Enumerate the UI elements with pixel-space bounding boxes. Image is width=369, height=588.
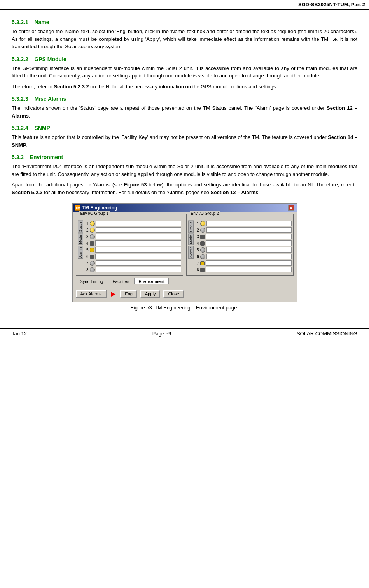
section-5324-heading: 5.3.2.4 SNMP [12,125,357,131]
tm-body: Env I/O Group 1 Status Mode Alarms [73,212,297,302]
section-533-para1: The 'Environment I/O' interface is an in… [12,163,357,178]
io-input-1-7[interactable] [96,260,181,266]
table-row: 3 [195,234,292,239]
section-5323-title: Misc Alarms [34,96,66,102]
tm-close-button[interactable]: × [288,205,294,211]
io-input-1-1[interactable] [96,221,181,226]
led-1-7 [90,261,95,266]
section-533-title: Environment [30,154,63,160]
tab-facilities[interactable]: Facilities [108,278,133,284]
env-group2-title: Env I/O Group 2 [190,211,220,216]
io-input-2-4[interactable] [206,240,292,246]
apply-button[interactable]: Apply [140,290,161,298]
section-5322-number: 5.3.2.2 [12,56,28,62]
tab-sync-timing[interactable]: Sync Timing [76,278,108,284]
table-row: 3 [85,234,181,239]
close-button[interactable]: Close [163,290,184,298]
tm-window-title: TM Engineering [82,205,117,211]
table-row: 7 [85,260,181,266]
table-row: 6 [85,254,181,259]
tab-environment[interactable]: Environment [134,278,169,284]
tm-titlebar: TM TM Engineering × [73,204,297,212]
table-row: 6 [195,254,292,259]
section-533-para2: Apart from the additional pages for 'Ala… [12,181,357,196]
io-input-1-3[interactable] [96,234,181,239]
section-5321-title: Name [34,19,49,25]
led-2-8 [200,268,205,272]
section-5324-title: SNMP [34,125,50,131]
side-label-alarms-2: Alarms [188,246,194,259]
header-title: SGD-SB2025NT-TUM, Part 2 [298,2,365,7]
table-row: 2 [85,227,181,233]
main-content: 5.3.2.1 Name To enter or change the 'Nam… [0,10,369,321]
side-label-mode-1: Mode [78,234,83,245]
env-group1-title: Env I/O Group 1 [79,211,110,216]
section-5321-heading: 5.3.2.1 Name [12,19,357,25]
io-input-2-8[interactable] [206,267,292,272]
ack-alarms-button[interactable]: Ack Alarms [76,290,107,298]
section-5322-heading: 5.3.2.2 GPS Module [12,56,357,62]
io-input-2-1[interactable] [206,221,292,226]
section-5323-number: 5.3.2.3 [12,96,28,102]
io-input-1-8[interactable] [96,267,181,272]
table-row: 1 [195,221,292,226]
section-5323-para1: The indicators shown on the 'Status' pag… [12,104,357,119]
led-2-5 [200,247,205,253]
tm-app-icon: TM [75,205,80,211]
led-2-2 [200,228,205,233]
env-group1-panel: Env I/O Group 1 Status Mode Alarms [76,214,183,276]
io-input-2-7[interactable] [206,260,292,266]
led-1-8 [90,267,95,272]
footer-left: Jan 12 [12,331,27,337]
table-row: 1 [85,221,181,226]
section-5324-para1: This feature is an option that is contro… [12,133,357,149]
io-input-1-4[interactable] [95,240,181,246]
section-5321-number: 5.3.2.1 [12,19,28,25]
section-5322-para1: The GPS/timing interface is an independe… [12,65,357,80]
led-2-1 [200,221,205,226]
side-label-mode-2: Mode [188,234,194,245]
table-row: 4 [85,240,181,246]
table-row: 5 [195,247,292,253]
tm-tabs-row: Sync Timing Facilities Environment [76,278,294,284]
side-label-alarms-1: Alarms [78,246,83,259]
led-2-7 [200,261,205,265]
env-group1-io-rows: 1 2 [85,221,181,274]
table-row: 8 [195,267,292,272]
io-input-2-3[interactable] [206,234,292,239]
io-input-2-2[interactable] [206,227,292,233]
env-group2-io-rows: 1 2 [195,221,292,274]
led-1-5 [90,248,94,252]
arrow-icon: ► [110,290,117,298]
side-label-status-1: Status [78,221,83,233]
led-2-4 [200,241,205,246]
table-row: 4 [195,240,292,246]
section-533-number: 5.3.3 [12,154,24,160]
env-group2-rows: Status Mode Alarms 1 [188,221,292,274]
led-2-6 [200,254,205,259]
tm-engineering-window: TM TM Engineering × Env I/O Group 1 St [72,203,297,302]
table-row: 2 [195,227,292,233]
led-1-2 [90,228,95,233]
side-label-status-2: Status [188,221,194,233]
io-input-2-6[interactable] [206,254,292,259]
io-input-1-2[interactable] [96,227,181,233]
led-1-3 [90,234,95,239]
page-footer: Jan 12 Page 59 SOLAR COMMISSIONING [0,328,369,338]
footer-center: Page 59 [152,331,171,337]
led-1-6 [90,255,94,259]
section-5323-heading: 5.3.2.3 Misc Alarms [12,96,357,102]
tm-bottom-area: Sync Timing Facilities Environment Ack A… [76,278,294,299]
io-input-1-6[interactable] [95,254,181,259]
io-input-1-5[interactable] [95,247,181,253]
led-2-3 [200,235,205,239]
section-533-heading: 5.3.3 Environment [12,154,357,160]
footer-right: SOLAR COMMISSIONING [297,331,357,337]
section-5322-para2: Therefore, refer to Section 5.2.3.2 on t… [12,83,357,91]
table-row: 8 [85,267,181,272]
section-5321-para1: To enter or change the 'Name' text, sele… [12,28,357,51]
env-panels: Env I/O Group 1 Status Mode Alarms [76,214,294,276]
section-5322-title: GPS Module [34,56,66,62]
eng-button[interactable]: Eng [120,290,137,298]
io-input-2-5[interactable] [206,247,292,253]
